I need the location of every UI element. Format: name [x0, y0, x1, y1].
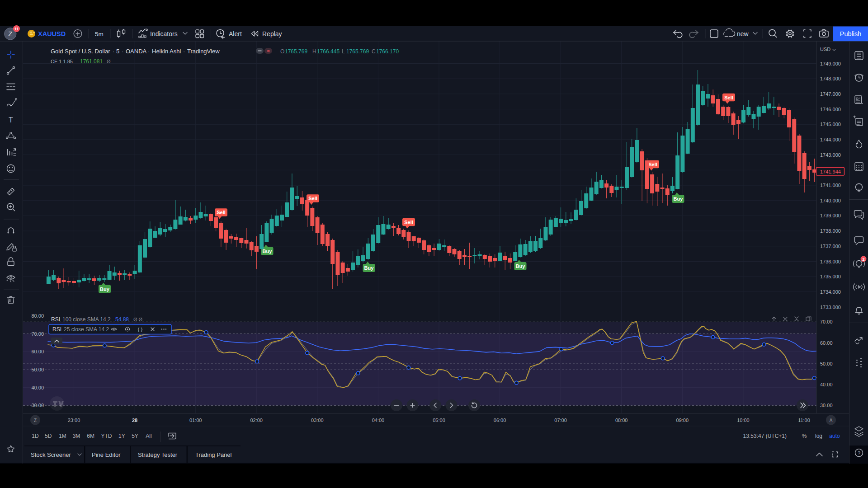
svg-text:1766.445: 1766.445	[317, 48, 340, 55]
svg-text:02:00: 02:00	[250, 418, 263, 423]
svg-text:1D: 1D	[32, 433, 39, 439]
svg-text:OANDA: OANDA	[126, 48, 147, 55]
svg-text:auto: auto	[829, 433, 840, 439]
svg-text:Ø: Ø	[107, 59, 111, 64]
svg-text:log: log	[815, 433, 822, 439]
svg-text:USD: USD	[820, 47, 830, 52]
svg-text:5Y: 5Y	[132, 433, 138, 439]
svg-text:1748.000: 1748.000	[820, 76, 841, 81]
svg-text:50.00: 50.00	[820, 361, 833, 366]
svg-text:1749.000: 1749.000	[820, 61, 841, 66]
svg-text:CE 1 1.85: CE 1 1.85	[51, 59, 73, 64]
svg-text:1741.000: 1741.000	[820, 183, 841, 188]
svg-text:60.00: 60.00	[820, 340, 833, 346]
svg-text:Alert: Alert	[229, 30, 242, 38]
svg-text:Sell: Sell	[724, 95, 733, 100]
svg-text:1738.000: 1738.000	[820, 228, 841, 234]
svg-text:Sell: Sell	[404, 220, 413, 225]
svg-text:09:00: 09:00	[676, 418, 689, 423]
svg-text:28: 28	[132, 418, 137, 423]
svg-text:1733.000: 1733.000	[820, 305, 841, 310]
svg-text:1739.000: 1739.000	[820, 213, 841, 218]
svg-text:{ }: { }	[138, 327, 143, 332]
svg-text:Replay: Replay	[262, 30, 282, 38]
svg-text:·: ·	[148, 48, 150, 55]
svg-text:T: T	[9, 116, 13, 124]
svg-text:80.00: 80.00	[31, 313, 44, 319]
svg-text:13:53:47 (UTC+1): 13:53:47 (UTC+1)	[743, 433, 787, 439]
svg-text:Sell: Sell	[217, 210, 226, 215]
svg-text:05:00: 05:00	[433, 418, 445, 423]
svg-text:1736.000: 1736.000	[820, 259, 841, 264]
svg-text:·: ·	[183, 48, 185, 55]
svg-text:1746.000: 1746.000	[820, 107, 841, 112]
svg-text:RSI: RSI	[51, 316, 60, 323]
svg-text:5m: 5m	[95, 31, 104, 38]
svg-text:07:00: 07:00	[554, 418, 567, 423]
svg-text:1765.769: 1765.769	[346, 48, 369, 55]
svg-text:Heikin Ashi: Heikin Ashi	[152, 48, 181, 55]
svg-text:70.00: 70.00	[820, 319, 833, 324]
svg-text:Trading Panel: Trading Panel	[195, 451, 232, 458]
svg-text:100 close SMA 14 2: 100 close SMA 14 2	[62, 316, 111, 323]
svg-text:5: 5	[116, 48, 119, 55]
svg-text:1735.000: 1735.000	[820, 274, 841, 279]
svg-text:Z: Z	[34, 418, 37, 423]
svg-text:1743.000: 1743.000	[820, 152, 841, 158]
svg-text:03:00: 03:00	[311, 418, 324, 423]
svg-text:Buy: Buy	[263, 249, 273, 254]
svg-text:?: ?	[858, 450, 860, 456]
svg-text:Buy: Buy	[100, 286, 110, 292]
svg-text:54.88: 54.88	[115, 316, 129, 323]
svg-text:Buy: Buy	[674, 196, 684, 202]
svg-text:1745.000: 1745.000	[820, 122, 841, 127]
svg-text:XAUUSD: XAUUSD	[38, 30, 66, 38]
svg-text:YTD: YTD	[101, 433, 112, 439]
svg-text:1744.000: 1744.000	[820, 137, 841, 142]
svg-text:%: %	[802, 433, 807, 439]
svg-text:30.00: 30.00	[31, 403, 44, 408]
svg-text:Publish: Publish	[840, 30, 862, 38]
svg-text:3M: 3M	[73, 433, 80, 439]
svg-text:L: L	[342, 48, 345, 55]
svg-text:RSI: RSI	[52, 326, 61, 333]
svg-text:Buy: Buy	[364, 265, 374, 271]
svg-text:·: ·	[113, 48, 114, 55]
svg-text:TradingView: TradingView	[187, 48, 220, 55]
svg-text:O: O	[280, 48, 284, 55]
svg-text:1761.081: 1761.081	[80, 58, 103, 65]
svg-text:1741.944: 1741.944	[820, 169, 841, 174]
svg-text:11: 11	[14, 27, 19, 31]
svg-text:6M: 6M	[87, 433, 94, 439]
svg-text:1765.769: 1765.769	[285, 48, 307, 55]
svg-text:Z: Z	[8, 30, 12, 38]
svg-text:06:00: 06:00	[494, 418, 506, 423]
svg-text:30.00: 30.00	[820, 403, 833, 408]
svg-text:23:00: 23:00	[68, 418, 80, 423]
svg-text:1747.000: 1747.000	[820, 91, 841, 97]
svg-text:Stock Screener: Stock Screener	[31, 451, 71, 458]
svg-text:70.00: 70.00	[31, 331, 44, 337]
svg-text:08:00: 08:00	[615, 418, 628, 423]
svg-text:1740.000: 1740.000	[820, 198, 841, 203]
svg-text:60.00: 60.00	[31, 349, 44, 354]
svg-text:25 close SMA 14 2: 25 close SMA 14 2	[64, 326, 109, 333]
svg-text:40.00: 40.00	[31, 385, 44, 390]
svg-text:10:00: 10:00	[737, 418, 750, 423]
svg-text:1766.170: 1766.170	[376, 48, 399, 55]
svg-text:5D: 5D	[45, 433, 52, 439]
svg-text:Buy: Buy	[516, 263, 526, 269]
svg-text:1Y: 1Y	[118, 433, 125, 439]
svg-text:Sell: Sell	[308, 196, 317, 201]
svg-text:H: H	[312, 48, 316, 55]
svg-text:2: 2	[862, 257, 864, 262]
svg-text:50.00: 50.00	[31, 367, 44, 372]
svg-text:1737.000: 1737.000	[820, 244, 841, 249]
svg-text:40.00: 40.00	[820, 382, 833, 387]
svg-text:1734.000: 1734.000	[820, 289, 841, 295]
svg-text:Indicators: Indicators	[150, 30, 178, 38]
svg-text:Strategy Tester: Strategy Tester	[138, 451, 178, 458]
svg-text:All: All	[146, 433, 151, 439]
svg-text:Ø Ø: Ø Ø	[133, 317, 143, 322]
svg-text:new: new	[737, 30, 749, 38]
